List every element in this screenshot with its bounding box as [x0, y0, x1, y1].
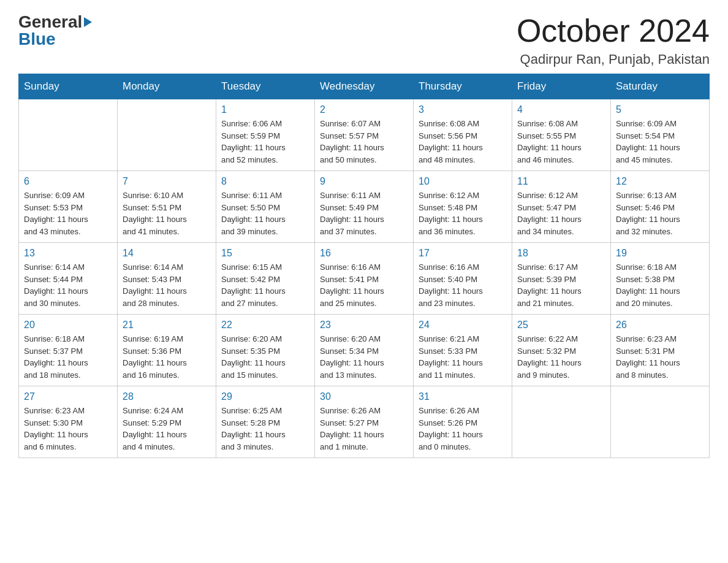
- calendar-cell: 10Sunrise: 6:12 AM Sunset: 5:48 PM Dayli…: [414, 171, 512, 243]
- day-number: 5: [616, 104, 704, 115]
- month-title: October 2024: [517, 12, 710, 49]
- logo: General Blue: [18, 12, 92, 49]
- day-info: Sunrise: 6:17 AM Sunset: 5:39 PM Dayligh…: [517, 261, 605, 309]
- weekday-header-monday: Monday: [118, 74, 216, 99]
- page-header: General Blue October 2024 Qadirpur Ran, …: [18, 12, 710, 67]
- day-number: 24: [419, 320, 507, 331]
- day-info: Sunrise: 6:10 AM Sunset: 5:51 PM Dayligh…: [123, 190, 211, 237]
- title-section: October 2024 Qadirpur Ran, Punjab, Pakis…: [517, 12, 710, 67]
- calendar-cell: 8Sunrise: 6:11 AM Sunset: 5:50 PM Daylig…: [216, 171, 315, 243]
- calendar-cell: 3Sunrise: 6:08 AM Sunset: 5:56 PM Daylig…: [414, 99, 512, 171]
- day-info: Sunrise: 6:24 AM Sunset: 5:29 PM Dayligh…: [123, 405, 211, 453]
- day-info: Sunrise: 6:23 AM Sunset: 5:31 PM Dayligh…: [616, 333, 704, 381]
- calendar-cell: 25Sunrise: 6:22 AM Sunset: 5:32 PM Dayli…: [512, 315, 611, 386]
- day-number: 12: [616, 176, 704, 187]
- day-info: Sunrise: 6:09 AM Sunset: 5:54 PM Dayligh…: [616, 118, 704, 166]
- calendar-cell: 24Sunrise: 6:21 AM Sunset: 5:33 PM Dayli…: [414, 315, 512, 386]
- day-number: 4: [517, 104, 605, 115]
- calendar-week-2: 6Sunrise: 6:09 AM Sunset: 5:53 PM Daylig…: [19, 171, 710, 243]
- day-number: 1: [221, 104, 309, 115]
- calendar-cell: 15Sunrise: 6:15 AM Sunset: 5:42 PM Dayli…: [216, 243, 315, 315]
- day-info: Sunrise: 6:20 AM Sunset: 5:35 PM Dayligh…: [221, 333, 309, 381]
- calendar-cell: 9Sunrise: 6:11 AM Sunset: 5:49 PM Daylig…: [315, 171, 414, 243]
- day-number: 22: [221, 320, 309, 331]
- calendar-cell: 13Sunrise: 6:14 AM Sunset: 5:44 PM Dayli…: [19, 243, 118, 315]
- day-number: 18: [517, 248, 605, 259]
- day-number: 15: [221, 248, 309, 259]
- weekday-header-wednesday: Wednesday: [315, 74, 414, 99]
- day-info: Sunrise: 6:09 AM Sunset: 5:53 PM Dayligh…: [24, 190, 112, 237]
- calendar-cell: 7Sunrise: 6:10 AM Sunset: 5:51 PM Daylig…: [118, 171, 216, 243]
- day-number: 29: [221, 391, 309, 402]
- day-info: Sunrise: 6:20 AM Sunset: 5:34 PM Dayligh…: [320, 333, 408, 381]
- day-number: 20: [24, 320, 112, 331]
- day-info: Sunrise: 6:11 AM Sunset: 5:49 PM Dayligh…: [320, 190, 408, 237]
- calendar-week-5: 27Sunrise: 6:23 AM Sunset: 5:30 PM Dayli…: [19, 386, 710, 458]
- calendar-cell: 16Sunrise: 6:16 AM Sunset: 5:41 PM Dayli…: [315, 243, 414, 315]
- calendar-cell: 17Sunrise: 6:16 AM Sunset: 5:40 PM Dayli…: [414, 243, 512, 315]
- day-info: Sunrise: 6:14 AM Sunset: 5:44 PM Dayligh…: [24, 261, 112, 309]
- day-info: Sunrise: 6:16 AM Sunset: 5:41 PM Dayligh…: [320, 261, 408, 309]
- day-number: 28: [123, 391, 211, 402]
- day-info: Sunrise: 6:13 AM Sunset: 5:46 PM Dayligh…: [616, 190, 704, 237]
- calendar-cell: [512, 386, 611, 458]
- logo-arrow-icon: [84, 17, 92, 27]
- day-number: 9: [320, 176, 408, 187]
- calendar-cell: 6Sunrise: 6:09 AM Sunset: 5:53 PM Daylig…: [19, 171, 118, 243]
- calendar-week-3: 13Sunrise: 6:14 AM Sunset: 5:44 PM Dayli…: [19, 243, 710, 315]
- calendar-cell: 1Sunrise: 6:06 AM Sunset: 5:59 PM Daylig…: [216, 99, 315, 171]
- day-number: 30: [320, 391, 408, 402]
- day-info: Sunrise: 6:18 AM Sunset: 5:38 PM Dayligh…: [616, 261, 704, 309]
- weekday-header-row: SundayMondayTuesdayWednesdayThursdayFrid…: [19, 74, 710, 99]
- calendar-cell: 28Sunrise: 6:24 AM Sunset: 5:29 PM Dayli…: [118, 386, 216, 458]
- day-info: Sunrise: 6:12 AM Sunset: 5:47 PM Dayligh…: [517, 190, 605, 237]
- day-info: Sunrise: 6:08 AM Sunset: 5:55 PM Dayligh…: [517, 118, 605, 166]
- day-number: 13: [24, 248, 112, 259]
- day-info: Sunrise: 6:19 AM Sunset: 5:36 PM Dayligh…: [123, 333, 211, 381]
- calendar-table: SundayMondayTuesdayWednesdayThursdayFrid…: [18, 74, 710, 458]
- day-info: Sunrise: 6:11 AM Sunset: 5:50 PM Dayligh…: [221, 190, 309, 237]
- day-info: Sunrise: 6:18 AM Sunset: 5:37 PM Dayligh…: [24, 333, 112, 381]
- calendar-cell: 21Sunrise: 6:19 AM Sunset: 5:36 PM Dayli…: [118, 315, 216, 386]
- day-number: 14: [123, 248, 211, 259]
- logo-blue-text: Blue: [18, 29, 56, 49]
- calendar-cell: 5Sunrise: 6:09 AM Sunset: 5:54 PM Daylig…: [611, 99, 710, 171]
- day-number: 8: [221, 176, 309, 187]
- day-info: Sunrise: 6:26 AM Sunset: 5:26 PM Dayligh…: [419, 405, 507, 453]
- day-number: 31: [419, 391, 507, 402]
- day-info: Sunrise: 6:16 AM Sunset: 5:40 PM Dayligh…: [419, 261, 507, 309]
- day-info: Sunrise: 6:22 AM Sunset: 5:32 PM Dayligh…: [517, 333, 605, 381]
- day-number: 17: [419, 248, 507, 259]
- day-number: 27: [24, 391, 112, 402]
- calendar-cell: [118, 99, 216, 171]
- day-info: Sunrise: 6:14 AM Sunset: 5:43 PM Dayligh…: [123, 261, 211, 309]
- day-number: 25: [517, 320, 605, 331]
- weekday-header-sunday: Sunday: [19, 74, 118, 99]
- calendar-cell: 12Sunrise: 6:13 AM Sunset: 5:46 PM Dayli…: [611, 171, 710, 243]
- calendar-cell: 19Sunrise: 6:18 AM Sunset: 5:38 PM Dayli…: [611, 243, 710, 315]
- day-info: Sunrise: 6:23 AM Sunset: 5:30 PM Dayligh…: [24, 405, 112, 453]
- day-number: 6: [24, 176, 112, 187]
- day-info: Sunrise: 6:07 AM Sunset: 5:57 PM Dayligh…: [320, 118, 408, 166]
- calendar-cell: [611, 386, 710, 458]
- day-number: 16: [320, 248, 408, 259]
- weekday-header-saturday: Saturday: [611, 74, 710, 99]
- day-info: Sunrise: 6:15 AM Sunset: 5:42 PM Dayligh…: [221, 261, 309, 309]
- day-number: 11: [517, 176, 605, 187]
- weekday-header-tuesday: Tuesday: [216, 74, 315, 99]
- calendar-cell: 30Sunrise: 6:26 AM Sunset: 5:27 PM Dayli…: [315, 386, 414, 458]
- day-info: Sunrise: 6:25 AM Sunset: 5:28 PM Dayligh…: [221, 405, 309, 453]
- day-number: 7: [123, 176, 211, 187]
- calendar-cell: 31Sunrise: 6:26 AM Sunset: 5:26 PM Dayli…: [414, 386, 512, 458]
- weekday-header-thursday: Thursday: [414, 74, 512, 99]
- day-info: Sunrise: 6:08 AM Sunset: 5:56 PM Dayligh…: [419, 118, 507, 166]
- calendar-cell: 27Sunrise: 6:23 AM Sunset: 5:30 PM Dayli…: [19, 386, 118, 458]
- calendar-cell: 18Sunrise: 6:17 AM Sunset: 5:39 PM Dayli…: [512, 243, 611, 315]
- calendar-cell: 29Sunrise: 6:25 AM Sunset: 5:28 PM Dayli…: [216, 386, 315, 458]
- day-info: Sunrise: 6:12 AM Sunset: 5:48 PM Dayligh…: [419, 190, 507, 237]
- day-number: 3: [419, 104, 507, 115]
- day-number: 26: [616, 320, 704, 331]
- day-info: Sunrise: 6:26 AM Sunset: 5:27 PM Dayligh…: [320, 405, 408, 453]
- calendar-cell: 23Sunrise: 6:20 AM Sunset: 5:34 PM Dayli…: [315, 315, 414, 386]
- day-number: 21: [123, 320, 211, 331]
